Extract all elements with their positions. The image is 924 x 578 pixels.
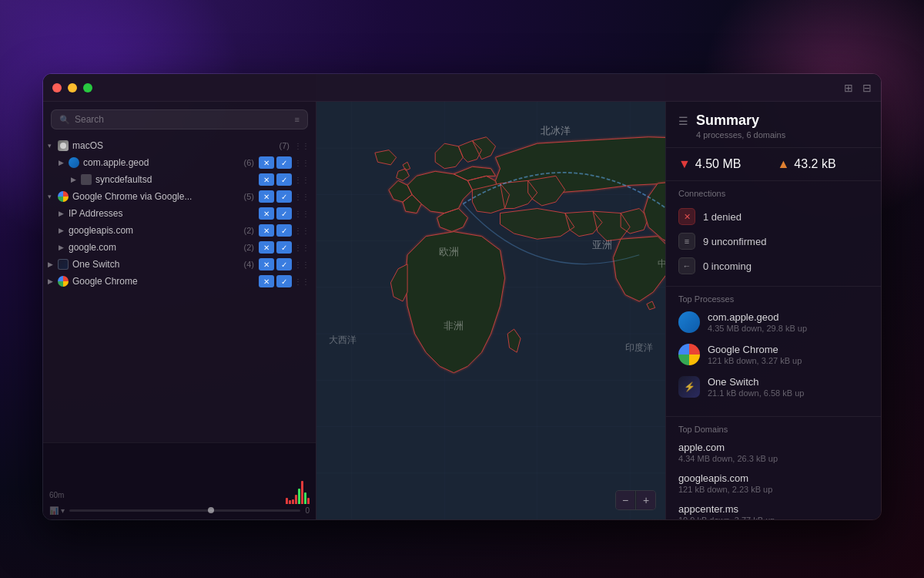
stat-chrome-info: Google Chrome 121 kB down, 3.27 kB up bbox=[708, 344, 802, 365]
layout-columns-icon[interactable]: ⊞ bbox=[844, 82, 853, 94]
list-item-ip[interactable]: ▶ IP Addresses ✕ ✓ ⋮⋮ bbox=[43, 205, 316, 222]
stat-icon-chrome bbox=[678, 344, 700, 365]
expand-arrow-oneswitch: ▶ bbox=[48, 260, 55, 268]
deny-btn-sync[interactable]: ✕ bbox=[259, 173, 274, 186]
svg-text:中华人民共和国: 中华人民共和国 bbox=[658, 258, 665, 269]
drag-handle-chrome-via[interactable]: ⋮⋮ bbox=[294, 193, 310, 201]
map-zoom-controls: − + bbox=[615, 490, 656, 510]
label-chrome: Google Chrome bbox=[72, 276, 254, 287]
allow-btn-sync[interactable]: ✓ bbox=[276, 173, 292, 186]
sidebar: 🔍 Search ≡ ▾ macOS (7) ⋮⋮ ▶ com.a bbox=[43, 74, 316, 519]
controls-macos: ⋮⋮ bbox=[294, 142, 310, 150]
drag-handle-ip[interactable]: ⋮⋮ bbox=[294, 210, 310, 218]
drag-handle-googleapis[interactable]: ⋮⋮ bbox=[294, 227, 310, 235]
list-item-geod[interactable]: ▶ com.apple.geod (6) ✕ ✓ ⋮⋮ bbox=[43, 154, 316, 171]
expand-arrow-sync: ▶ bbox=[71, 176, 79, 183]
expand-arrow-googleapis: ▶ bbox=[59, 227, 66, 234]
label-sync: syncdefaultsd bbox=[95, 174, 254, 185]
list-item-chrome-via[interactable]: ▾ Google Chrome via Google... (5) ✕ ✓ ⋮⋮ bbox=[43, 188, 316, 205]
search-placeholder[interactable]: Search bbox=[75, 114, 290, 125]
stat-chrome-name: Google Chrome bbox=[708, 344, 802, 355]
label-macos: macOS bbox=[72, 140, 277, 151]
stat-chrome: Google Chrome 121 kB down, 3.27 kB up bbox=[678, 344, 869, 365]
bandwidth-up-value: 43.2 kB bbox=[794, 157, 835, 171]
drag-handle-sync[interactable]: ⋮⋮ bbox=[294, 176, 310, 184]
filter-icon[interactable]: ≡ bbox=[295, 115, 300, 124]
chart-bar bbox=[292, 499, 294, 504]
allow-btn-oneswitch[interactable]: ✓ bbox=[276, 258, 292, 271]
expand-arrow-chrome-via: ▾ bbox=[48, 193, 55, 200]
drag-handle-geod[interactable]: ⋮⋮ bbox=[294, 159, 310, 167]
zoom-out-button[interactable]: − bbox=[616, 491, 634, 509]
controls-chrome: ✕ ✓ ⋮⋮ bbox=[259, 275, 310, 287]
list-item-google[interactable]: ▶ google.com (2) ✕ ✓ ⋮⋮ bbox=[43, 239, 316, 256]
domain-googleapis: googleapis.com 121 kB down, 2.23 kB up bbox=[678, 472, 869, 494]
deny-btn-google[interactable]: ✕ bbox=[259, 241, 274, 254]
icon-oneswitch bbox=[58, 259, 69, 270]
deny-btn-googleapis[interactable]: ✕ bbox=[259, 224, 274, 237]
count-macos: (7) bbox=[280, 141, 290, 150]
traffic-light-maximize[interactable] bbox=[83, 83, 92, 92]
search-bar[interactable]: 🔍 Search ≡ bbox=[51, 109, 308, 129]
list-item-oneswitch[interactable]: ▶ One Switch (4) ✕ ✓ ⋮⋮ bbox=[43, 256, 316, 273]
drag-handle-google[interactable]: ⋮⋮ bbox=[294, 244, 310, 252]
titlebar-icon-group: ⊞ ⊟ bbox=[844, 82, 872, 94]
conn-denied: ✕ 1 denied bbox=[678, 204, 869, 229]
expand-arrow-chrome: ▶ bbox=[48, 277, 55, 285]
allow-btn-chrome[interactable]: ✓ bbox=[276, 275, 292, 287]
traffic-light-minimize[interactable] bbox=[68, 83, 77, 92]
chart-type-icon[interactable]: 📊 ▾ bbox=[49, 506, 65, 515]
layout-split-icon[interactable]: ⊟ bbox=[862, 82, 872, 94]
unconfirmed-label: 9 unconfirmed bbox=[703, 236, 766, 247]
chart-scrubber[interactable] bbox=[69, 509, 301, 512]
world-map: 北冰洋 欧洲 亚洲 中华人民共和国 非洲 大西洋 印度洋 大洋洲 重置地图 − … bbox=[316, 74, 665, 519]
drag-handle-oneswitch[interactable]: ⋮⋮ bbox=[294, 260, 310, 269]
conn-unconfirmed: ≡ 9 unconfirmed bbox=[678, 229, 869, 254]
controls-googleapis: ✕ ✓ ⋮⋮ bbox=[259, 224, 310, 237]
list-item-macos[interactable]: ▾ macOS (7) ⋮⋮ bbox=[43, 137, 316, 154]
count-geod: (6) bbox=[244, 158, 254, 167]
deny-btn-geod[interactable]: ✕ bbox=[259, 156, 274, 169]
chart-bar bbox=[286, 498, 288, 504]
chart-bar bbox=[289, 500, 291, 504]
zoom-divider bbox=[635, 491, 636, 509]
svg-text:非洲: 非洲 bbox=[444, 320, 464, 331]
allow-btn-ip[interactable]: ✓ bbox=[276, 207, 292, 220]
domain-googleapis-detail: 121 kB down, 2.23 kB up bbox=[678, 485, 869, 494]
download-arrow-icon: ▼ bbox=[678, 157, 691, 171]
process-list: ▾ macOS (7) ⋮⋮ ▶ com.apple.geod (6) ✕ ✓ bbox=[43, 134, 316, 442]
stat-geod-name: com.apple.geod bbox=[708, 311, 807, 323]
allow-btn-google[interactable]: ✓ bbox=[276, 241, 292, 254]
list-item-googleapis[interactable]: ▶ googleapis.com (2) ✕ ✓ ⋮⋮ bbox=[43, 222, 316, 239]
allow-btn-geod[interactable]: ✓ bbox=[276, 156, 292, 169]
allow-btn-chrome-via[interactable]: ✓ bbox=[276, 190, 292, 203]
zoom-in-button[interactable]: + bbox=[637, 491, 655, 509]
list-item-sync[interactable]: ▶ syncdefaultsd ✕ ✓ ⋮⋮ bbox=[43, 171, 316, 188]
count-googleapis: (2) bbox=[244, 226, 254, 235]
bandwidth-down-item: ▼ 4.50 MB bbox=[678, 157, 770, 171]
traffic-light-close[interactable] bbox=[52, 83, 62, 92]
bandwidth-up-item: ▲ 43.2 kB bbox=[778, 157, 869, 171]
deny-btn-chrome[interactable]: ✕ bbox=[259, 275, 274, 287]
label-oneswitch: One Switch bbox=[72, 259, 242, 270]
expand-arrow-google: ▶ bbox=[59, 244, 66, 251]
menu-icon[interactable]: ☰ bbox=[678, 115, 688, 127]
allow-btn-googleapis[interactable]: ✓ bbox=[276, 224, 292, 237]
domain-apple-name: apple.com bbox=[678, 442, 869, 453]
controls-ip: ✕ ✓ ⋮⋮ bbox=[259, 207, 310, 220]
deny-btn-chrome-via[interactable]: ✕ bbox=[259, 190, 274, 203]
svg-text:印度洋: 印度洋 bbox=[625, 342, 653, 353]
count-chrome-via: (5) bbox=[244, 192, 254, 201]
incoming-icon: ← bbox=[678, 257, 695, 274]
summary-title: Summary bbox=[696, 113, 869, 129]
drag-handle-macos[interactable]: ⋮⋮ bbox=[294, 142, 310, 150]
controls-sync: ✕ ✓ ⋮⋮ bbox=[259, 173, 310, 186]
svg-text:北冰洋: 北冰洋 bbox=[541, 125, 571, 136]
list-item-chrome[interactable]: ▶ Google Chrome ✕ ✓ ⋮⋮ bbox=[43, 273, 316, 290]
chart-scrubber-thumb[interactable] bbox=[208, 507, 214, 513]
drag-handle-chrome[interactable]: ⋮⋮ bbox=[294, 277, 310, 286]
deny-btn-oneswitch[interactable]: ✕ bbox=[259, 258, 274, 271]
deny-btn-ip[interactable]: ✕ bbox=[259, 207, 274, 220]
icon-chrome bbox=[58, 276, 69, 287]
domains-section: Top Domains apple.com 4.34 MB down, 26.3… bbox=[666, 416, 881, 519]
